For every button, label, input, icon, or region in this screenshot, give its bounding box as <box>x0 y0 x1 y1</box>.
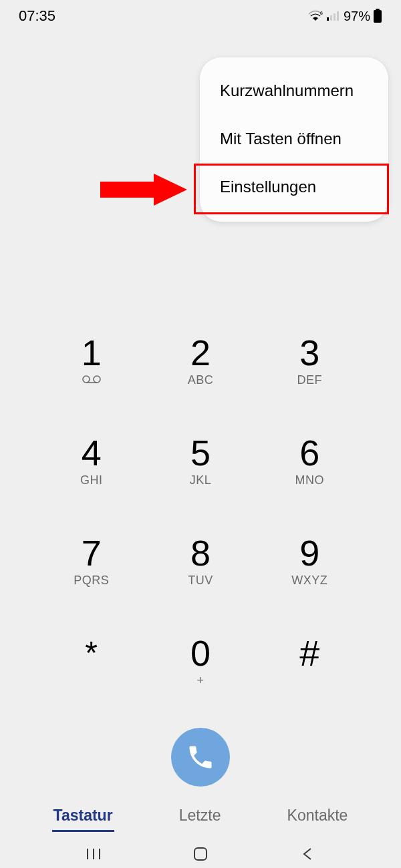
key-9[interactable]: 9 WXYZ <box>255 521 364 601</box>
dial-keypad: 1 2 ABC 3 DEF 4 GHI 5 JKL 6 MNO 7 PQRS 8… <box>0 320 401 701</box>
nav-recents-button[interactable] <box>84 844 104 864</box>
nav-bar <box>0 840 401 868</box>
tab-keypad[interactable]: Tastatur <box>52 804 114 832</box>
tab-contacts[interactable]: Kontakte <box>286 804 350 832</box>
svg-rect-1 <box>327 17 329 21</box>
overflow-menu: Kurzwahlnummern Mit Tasten öffnen Einste… <box>200 57 388 222</box>
tab-recent[interactable]: Letzte <box>178 804 223 832</box>
svg-rect-6 <box>374 10 382 23</box>
key-letters: DEF <box>297 373 323 387</box>
bottom-tabs: Tastatur Letzte Kontakte <box>0 804 401 832</box>
key-3[interactable]: 3 DEF <box>255 320 364 401</box>
key-digit: 1 <box>82 335 102 371</box>
key-digit: 0 <box>190 635 211 671</box>
key-6[interactable]: 6 MNO <box>255 421 364 501</box>
nav-back-button[interactable] <box>297 844 317 864</box>
key-0[interactable]: 0 + <box>146 621 255 701</box>
key-letters: JKL <box>190 473 212 487</box>
svg-text:6: 6 <box>320 11 323 15</box>
voicemail-icon <box>82 373 102 387</box>
key-letters: GHI <box>80 473 103 487</box>
call-button[interactable] <box>171 728 230 787</box>
key-hash[interactable]: # <box>255 621 364 701</box>
svg-rect-5 <box>376 9 380 10</box>
key-digit: 9 <box>299 535 319 571</box>
svg-point-9 <box>94 376 100 383</box>
nav-home-button[interactable] <box>190 844 211 864</box>
annotation-arrow <box>100 174 187 206</box>
wifi-icon: 6 <box>307 10 323 22</box>
key-star[interactable]: * <box>37 621 146 701</box>
svg-rect-4 <box>337 11 339 21</box>
key-digit: 5 <box>190 435 211 471</box>
key-digit: # <box>299 635 319 671</box>
key-digit: 7 <box>82 535 102 571</box>
status-bar: 07:35 6 97% <box>0 0 401 32</box>
key-letters: TUV <box>188 574 213 587</box>
key-5[interactable]: 5 JKL <box>146 421 255 501</box>
battery-icon <box>373 9 382 23</box>
svg-rect-3 <box>333 13 336 21</box>
key-7[interactable]: 7 PQRS <box>37 521 146 601</box>
key-letters: PQRS <box>74 574 109 587</box>
menu-item-speed-dial[interactable]: Kurzwahlnummern <box>200 67 388 115</box>
key-4[interactable]: 4 GHI <box>37 421 146 501</box>
key-8[interactable]: 8 TUV <box>146 521 255 601</box>
home-icon <box>193 847 208 861</box>
key-letters: ABC <box>188 373 214 387</box>
key-digit: 3 <box>299 335 319 371</box>
key-letters: WXYZ <box>291 574 327 587</box>
status-time: 07:35 <box>19 7 55 25</box>
key-1[interactable]: 1 <box>37 320 146 401</box>
svg-marker-7 <box>100 174 187 206</box>
back-icon <box>301 847 313 861</box>
signal-icon <box>326 11 341 21</box>
key-digit: 4 <box>82 435 102 471</box>
key-letters: + <box>196 674 204 687</box>
key-digit: * <box>85 637 98 669</box>
key-letters: MNO <box>295 473 325 487</box>
recents-icon <box>86 847 102 861</box>
svg-point-8 <box>83 376 90 383</box>
menu-item-settings[interactable]: Einstellungen <box>200 163 388 211</box>
key-2[interactable]: 2 ABC <box>146 320 255 401</box>
svg-rect-14 <box>194 848 207 860</box>
key-digit: 8 <box>190 535 211 571</box>
menu-item-open-with-keys[interactable]: Mit Tasten öffnen <box>200 115 388 163</box>
battery-percentage: 97% <box>344 9 370 24</box>
svg-rect-2 <box>330 15 332 21</box>
key-digit: 6 <box>299 435 319 471</box>
phone-icon <box>186 742 215 772</box>
status-right-icons: 6 97% <box>307 9 382 24</box>
key-digit: 2 <box>190 335 211 371</box>
